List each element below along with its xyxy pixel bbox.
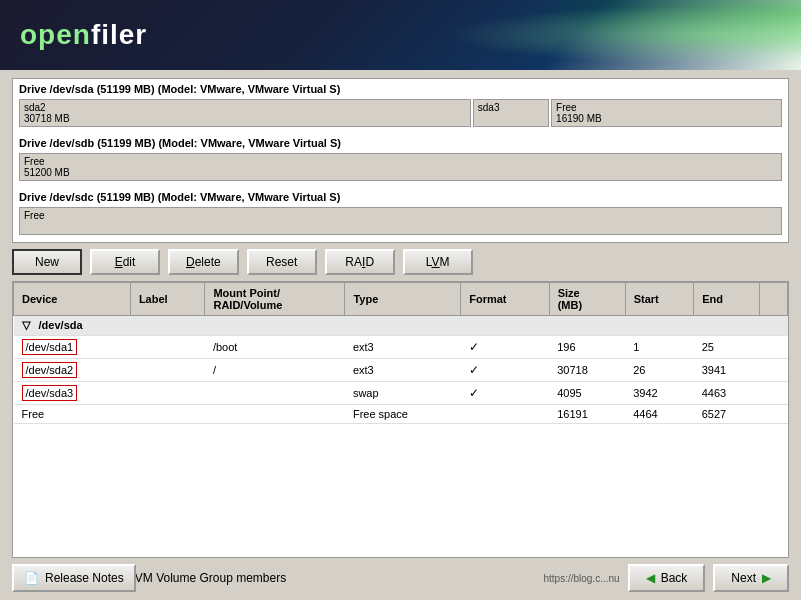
toolbar: New Edit Delete Reset RAID LVM — [12, 249, 789, 275]
header: openfiler — [0, 0, 801, 70]
edit-button[interactable]: Edit — [90, 249, 160, 275]
delete-button[interactable]: Delete — [168, 249, 239, 275]
drive-sdc-section: Drive /dev/sdc (51199 MB) (Model: VMware… — [13, 187, 788, 241]
device-cell-sda3: /dev/sda3 — [14, 382, 131, 405]
col-format: Format — [461, 283, 549, 316]
drive-sdb-section: Drive /dev/sdb (51199 MB) (Model: VMware… — [13, 133, 788, 187]
url-bar: https://blog.c...nu — [543, 573, 619, 584]
next-button[interactable]: Next ▶ — [713, 564, 789, 592]
release-notes-icon: 📄 — [24, 571, 39, 585]
group-sda: ▽ /dev/sda — [14, 316, 788, 336]
next-label: Next — [731, 571, 756, 585]
drive-sdc-bars: Free — [19, 207, 782, 235]
sda-free-bar: Free 16190 MB — [551, 99, 782, 127]
drive-panel: Drive /dev/sda (51199 MB) (Model: VMware… — [12, 78, 789, 243]
partition-table: Device Label Mount Point/RAID/Volume Typ… — [13, 282, 788, 424]
lvm-button[interactable]: LVM — [403, 249, 473, 275]
new-button[interactable]: New — [12, 249, 82, 275]
col-type: Type — [345, 283, 461, 316]
release-notes-button[interactable]: 📄 Release Notes — [12, 564, 136, 592]
col-size: Size(MB) — [549, 283, 625, 316]
device-cell-sda1: /dev/sda1 — [14, 336, 131, 359]
sda3-bar: sda3 — [473, 99, 549, 127]
device-cell-free: Free — [14, 405, 131, 424]
table-row[interactable]: /dev/sda2 / ext3 ✓ 30718 26 3941 — [14, 359, 788, 382]
drive-sdb-title: Drive /dev/sdb (51199 MB) (Model: VMware… — [19, 137, 782, 149]
table-row[interactable]: /dev/sda3 swap ✓ 4095 3942 4463 — [14, 382, 788, 405]
next-icon: ▶ — [762, 571, 771, 585]
col-label: Label — [130, 283, 205, 316]
table-row[interactable]: /dev/sda1 /boot ext3 ✓ 196 1 25 — [14, 336, 788, 359]
col-mount: Mount Point/RAID/Volume — [205, 283, 345, 316]
partition-table-container[interactable]: Device Label Mount Point/RAID/Volume Typ… — [12, 281, 789, 558]
sda2-bar: sda2 30718 MB — [19, 99, 471, 127]
drive-sda-bars: sda2 30718 MB sda3 Free 16190 MB — [19, 99, 782, 127]
drive-sdc-title: Drive /dev/sdc (51199 MB) (Model: VMware… — [19, 191, 782, 203]
back-button[interactable]: ◀ Back — [628, 564, 706, 592]
drive-sda-section: Drive /dev/sda (51199 MB) (Model: VMware… — [13, 79, 788, 133]
main-content: Drive /dev/sda (51199 MB) (Model: VMware… — [0, 70, 801, 600]
device-cell-sda2: /dev/sda2 — [14, 359, 131, 382]
drive-sdb-bars: Free 51200 MB — [19, 153, 782, 181]
back-label: Back — [661, 571, 688, 585]
nav-buttons: ◀ Back Next ▶ — [628, 564, 789, 592]
col-device: Device — [14, 283, 131, 316]
release-notes-label: Release Notes — [45, 571, 124, 585]
release-notes-area: 📄 Release Notes — [12, 564, 136, 592]
nav-area: https://blog.c...nu ◀ Back Next ▶ — [543, 564, 789, 592]
sdb-free-bar: Free 51200 MB — [19, 153, 782, 181]
col-start: Start — [625, 283, 694, 316]
raid-button[interactable]: RAID — [325, 249, 395, 275]
col-end: End — [694, 283, 760, 316]
table-row[interactable]: Free Free space 16191 4464 6527 — [14, 405, 788, 424]
back-icon: ◀ — [646, 571, 655, 585]
reset-button[interactable]: Reset — [247, 249, 317, 275]
logo: openfiler — [20, 19, 147, 51]
drive-sda-title: Drive /dev/sda (51199 MB) (Model: VMware… — [19, 83, 782, 95]
col-extra — [760, 283, 788, 316]
sdc-free-bar: Free — [19, 207, 782, 235]
